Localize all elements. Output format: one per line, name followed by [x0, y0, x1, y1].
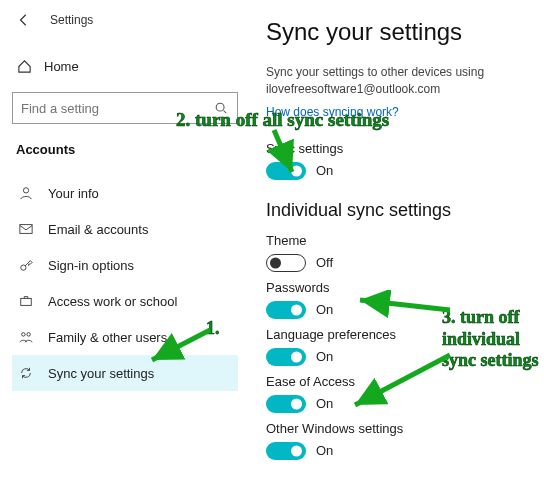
language-label: Language preferences — [266, 327, 528, 342]
sidebar-item-email[interactable]: Email & accounts — [12, 211, 238, 247]
person-icon — [18, 185, 34, 201]
theme-state: Off — [316, 255, 333, 270]
svg-point-0 — [216, 103, 224, 111]
svg-point-6 — [27, 333, 31, 337]
window-title: Settings — [50, 13, 93, 27]
home-nav[interactable]: Home — [12, 50, 238, 82]
individual-header: Individual sync settings — [266, 200, 528, 221]
svg-point-1 — [23, 188, 28, 193]
sidebar-item-family[interactable]: Family & other users — [12, 319, 238, 355]
sidebar-item-work[interactable]: Access work or school — [12, 283, 238, 319]
passwords-toggle[interactable] — [266, 301, 306, 319]
sidebar-item-label: Family & other users — [48, 330, 167, 345]
sync-settings-state: On — [316, 163, 333, 178]
ease-label: Ease of Access — [266, 374, 528, 389]
search-box[interactable] — [12, 92, 238, 124]
sync-description: Sync your settings to other devices usin… — [266, 64, 528, 98]
theme-label: Theme — [266, 233, 528, 248]
briefcase-icon — [18, 293, 34, 309]
sidebar-item-sync[interactable]: Sync your settings — [12, 355, 238, 391]
sidebar-item-label: Your info — [48, 186, 99, 201]
svg-rect-4 — [21, 298, 32, 305]
ease-state: On — [316, 396, 333, 411]
home-label: Home — [44, 59, 79, 74]
people-icon — [18, 329, 34, 345]
sidebar-item-your-info[interactable]: Your info — [12, 175, 238, 211]
arrow-left-icon — [16, 12, 32, 28]
how-sync-link[interactable]: How does syncing work? — [266, 105, 399, 119]
svg-point-5 — [22, 333, 26, 337]
sidebar-item-label: Access work or school — [48, 294, 177, 309]
key-icon — [18, 257, 34, 273]
sync-settings-label: Sync settings — [266, 141, 528, 156]
ease-toggle[interactable] — [266, 395, 306, 413]
language-state: On — [316, 349, 333, 364]
sync-settings-toggle[interactable] — [266, 162, 306, 180]
page-title: Sync your settings — [266, 18, 528, 46]
home-icon — [16, 58, 32, 74]
sync-icon — [18, 365, 34, 381]
language-toggle[interactable] — [266, 348, 306, 366]
search-input[interactable] — [21, 101, 213, 116]
passwords-label: Passwords — [266, 280, 528, 295]
search-icon — [213, 100, 229, 116]
main-panel: Sync your settings Sync your settings to… — [250, 0, 544, 504]
sidebar-item-label: Email & accounts — [48, 222, 148, 237]
theme-toggle[interactable] — [266, 254, 306, 272]
other-toggle[interactable] — [266, 442, 306, 460]
other-state: On — [316, 443, 333, 458]
sidebar: Settings Home Accounts Your info Email &… — [0, 0, 250, 504]
other-label: Other Windows settings — [266, 421, 528, 436]
sidebar-item-label: Sign-in options — [48, 258, 134, 273]
svg-rect-2 — [20, 225, 32, 234]
back-button[interactable] — [12, 8, 36, 32]
mail-icon — [18, 221, 34, 237]
sidebar-item-label: Sync your settings — [48, 366, 154, 381]
section-header: Accounts — [16, 142, 238, 157]
passwords-state: On — [316, 302, 333, 317]
sidebar-item-signin[interactable]: Sign-in options — [12, 247, 238, 283]
